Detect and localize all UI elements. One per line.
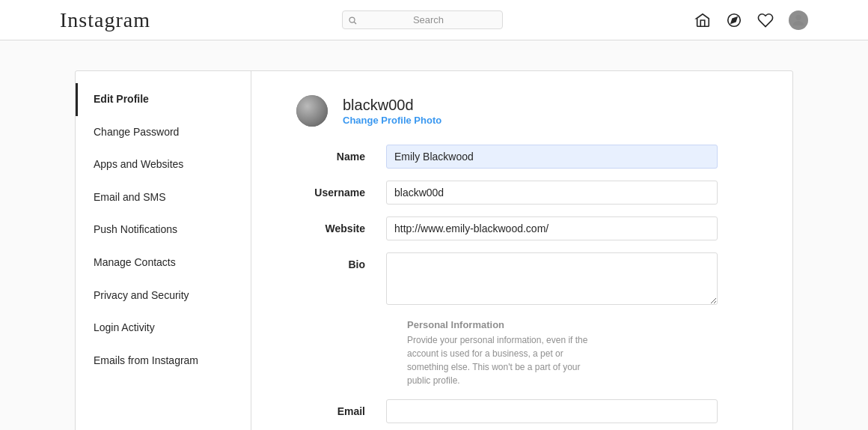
website-row: Website xyxy=(296,216,718,240)
profile-username: blackw00d xyxy=(343,97,441,114)
name-input[interactable] xyxy=(386,145,718,169)
bio-label: Bio xyxy=(296,252,386,270)
profile-avatar xyxy=(296,95,328,127)
search-input[interactable] xyxy=(342,10,503,29)
name-row: Name xyxy=(296,145,718,169)
sidebar-item-privacy-security[interactable]: Privacy and Security xyxy=(76,279,251,312)
name-label: Name xyxy=(296,145,386,163)
compass-icon[interactable] xyxy=(726,12,742,28)
sidebar-item-push-notifications[interactable]: Push Notifications xyxy=(76,214,251,246)
website-field xyxy=(386,216,718,240)
heart-icon[interactable] xyxy=(757,12,774,28)
search-container xyxy=(342,10,503,29)
bio-textarea[interactable] xyxy=(386,252,718,305)
website-input[interactable] xyxy=(386,216,718,240)
sidebar-item-change-password[interactable]: Change Password xyxy=(76,116,251,149)
sidebar-item-apps-websites[interactable]: Apps and Websites xyxy=(76,148,251,181)
edit-profile-content: blackw00d Change Profile Photo Name User… xyxy=(251,71,792,430)
home-icon[interactable] xyxy=(694,12,711,28)
header: Instagram xyxy=(0,0,868,40)
sidebar-item-email-sms[interactable]: Email and SMS xyxy=(76,181,251,214)
personal-info-section: Personal Information Provide your person… xyxy=(407,319,718,387)
username-label: Username xyxy=(296,181,386,199)
profile-info: blackw00d Change Profile Photo xyxy=(343,97,441,126)
email-input[interactable] xyxy=(386,399,718,423)
profile-header: blackw00d Change Profile Photo xyxy=(296,95,718,127)
personal-info-title: Personal Information xyxy=(407,319,718,330)
personal-info-desc: Provide your personal information, even … xyxy=(407,333,602,387)
username-field xyxy=(386,181,718,205)
name-field xyxy=(386,145,718,169)
username-input[interactable] xyxy=(386,181,718,205)
user-avatar-icon[interactable] xyxy=(789,10,808,30)
bio-row: Bio xyxy=(296,252,718,307)
change-photo-button[interactable]: Change Profile Photo xyxy=(343,115,441,126)
header-icons xyxy=(694,10,808,30)
email-field-wrap xyxy=(386,399,718,423)
bio-field xyxy=(386,252,718,307)
sidebar-item-login-activity[interactable]: Login Activity xyxy=(76,312,251,345)
svg-point-0 xyxy=(349,17,355,22)
sidebar-item-emails-from-instagram[interactable]: Emails from Instagram xyxy=(76,345,251,378)
email-label: Email xyxy=(296,399,386,417)
svg-line-1 xyxy=(354,22,356,25)
sidebar-item-edit-profile[interactable]: Edit Profile xyxy=(76,83,251,116)
email-row: Email xyxy=(296,399,718,423)
main-container: Edit Profile Change Password Apps and We… xyxy=(75,70,793,430)
svg-point-4 xyxy=(795,14,801,19)
sidebar-item-manage-contacts[interactable]: Manage Contacts xyxy=(76,246,251,279)
search-icon xyxy=(348,15,357,25)
instagram-logo: Instagram xyxy=(60,8,150,32)
sidebar: Edit Profile Change Password Apps and We… xyxy=(76,71,251,430)
website-label: Website xyxy=(296,216,386,234)
username-row: Username xyxy=(296,181,718,205)
svg-marker-3 xyxy=(731,17,737,23)
